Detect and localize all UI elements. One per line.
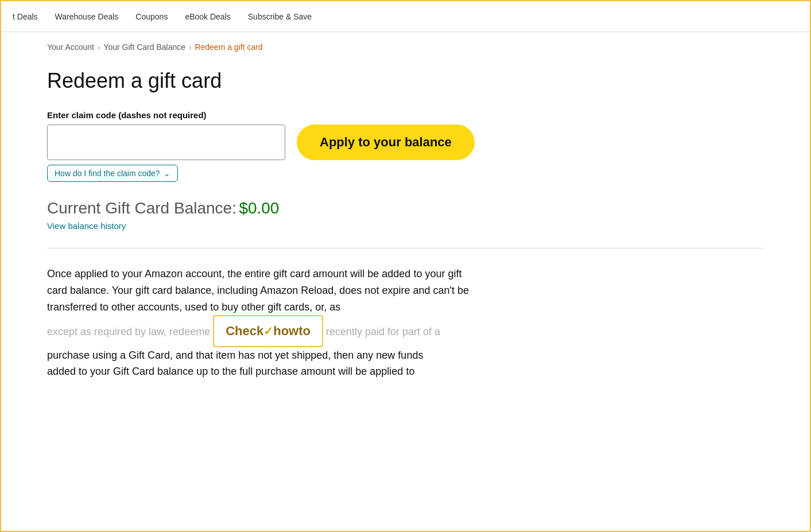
info-para-1: Once applied to your Amazon account, the… [47,268,469,313]
watermark-overlay: Check✓howto [213,315,323,347]
claim-section: Enter claim code (dashes not required) H… [47,110,764,182]
nav-ebook-deals[interactable]: eBook Deals [185,9,230,24]
claim-label: Enter claim code (dashes not required) [47,110,764,120]
find-code-button[interactable]: How do I find the claim code? ⌄ [47,165,178,182]
claim-row: How do I find the claim code? ⌄ Apply to… [47,125,764,182]
apply-balance-button[interactable]: Apply to your balance [297,125,475,160]
watermark-text-1: Check [226,324,263,338]
info-para-2: except as required by law, redeeme [47,326,210,337]
info-para-5: added to your Gift Card balance up to th… [47,366,414,377]
balance-label: Current Gift Card Balance: [47,199,236,217]
breadcrumb-current: Redeem a gift card [195,42,262,52]
nav-t-deals[interactable]: t Deals [13,9,38,24]
watermark-check-icon: ✓ [263,325,273,337]
section-divider [47,248,764,248]
apply-btn-label: Apply to your balance [320,135,452,150]
balance-amount: $0.00 [239,199,279,217]
view-balance-history-link[interactable]: View balance history [47,221,764,231]
page-title: Redeem a gift card [47,69,764,93]
info-text-block: Once applied to your Amazon account, the… [47,266,483,380]
top-nav: t Deals Warehouse Deals Coupons eBook De… [1,1,810,32]
breadcrumb-sep-1: › [98,43,100,52]
info-para-4: purchase using a Gift Card, and that ite… [47,350,423,361]
balance-section: Current Gift Card Balance: $0.00 View ba… [47,199,764,231]
nav-subscribe-save[interactable]: Subscribe & Save [248,9,312,24]
breadcrumb: Your Account › Your Gift Card Balance › … [1,32,810,57]
info-para-3: recently paid for part of a [326,326,440,337]
breadcrumb-your-account[interactable]: Your Account [47,42,94,52]
find-code-label: How do I find the claim code? [55,169,160,178]
nav-warehouse-deals[interactable]: Warehouse Deals [55,9,119,24]
breadcrumb-gift-card-balance[interactable]: Your Gift Card Balance [103,42,185,52]
chevron-down-icon: ⌄ [164,169,170,178]
nav-coupons[interactable]: Coupons [135,9,168,24]
main-content: Redeem a gift card Enter claim code (das… [1,57,810,403]
watermark-text-2: howto [273,324,311,338]
breadcrumb-sep-2: › [189,43,191,52]
claim-input-col: How do I find the claim code? ⌄ [47,125,285,182]
claim-code-input[interactable] [47,125,285,160]
